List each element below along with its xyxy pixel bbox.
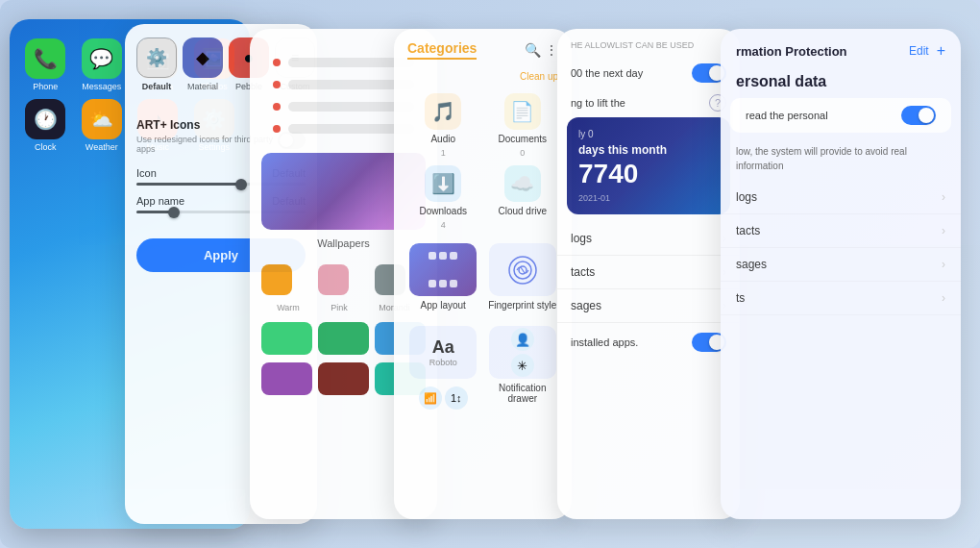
- stat-days-label: days this month: [578, 143, 719, 157]
- icon-slider-fill: [136, 183, 241, 186]
- panel-privacy: HE ALLOWLIST CAN BE USED 00 the next day…: [557, 29, 740, 519]
- info-chevron-1: ›: [942, 190, 945, 204]
- priv-menu-logs[interactable]: logs ›: [557, 222, 740, 256]
- cat-item-cloud[interactable]: ☁️ Cloud drive: [487, 165, 559, 230]
- info-title: rmation Protection: [736, 44, 847, 59]
- cloud-icon: ☁️: [504, 165, 541, 202]
- priv-menu-contacts[interactable]: tacts ›: [557, 256, 740, 289]
- appname-slider-thumb[interactable]: [168, 207, 180, 218]
- app-icon-clock[interactable]: 🕐 Clock: [21, 99, 70, 152]
- info-toggle[interactable]: [901, 106, 936, 125]
- sq-color-5[interactable]: [318, 362, 369, 395]
- audio-icon: 🎵: [425, 93, 461, 130]
- font-notif-grid: Aa Roboto 📶 1↕ 👤 ✳ Notification drawer: [394, 318, 572, 417]
- clock-icon: 🕐: [25, 99, 65, 139]
- font-icons: 📶 1↕: [419, 386, 468, 410]
- app-icon-phone[interactable]: 📞 Phone: [21, 38, 70, 91]
- color-label-pink: Pink: [331, 303, 348, 312]
- material-icon: ◆: [183, 37, 223, 78]
- priv-header: HE ALLOWLIST CAN BE USED: [557, 29, 740, 58]
- stat-date: 2021-01: [578, 193, 719, 203]
- cat-grid: 🎵 Audio 1 📄 Documents 0 ⬇️ Downloads 4 ☁…: [394, 87, 572, 236]
- info-chevron-2: ›: [942, 224, 945, 237]
- info-header: rmation Protection Edit +: [721, 29, 961, 67]
- cat-item-downloads[interactable]: ⬇️ Downloads 4: [407, 165, 479, 230]
- info-menu-ts[interactable]: ts ›: [721, 282, 961, 315]
- weather-icon: ⛅: [82, 99, 122, 139]
- info-menu-logs[interactable]: logs ›: [721, 181, 961, 214]
- font-name: Roboto: [429, 358, 457, 367]
- more-icon[interactable]: ⋮: [545, 42, 558, 58]
- font-inner: Aa Roboto: [429, 337, 457, 367]
- downloads-count: 4: [441, 220, 446, 230]
- theme-option-material[interactable]: ◆ Material: [183, 37, 223, 91]
- layout-grid: App layout Fingerprint style: [394, 236, 572, 318]
- person-icon: 👤: [511, 328, 534, 351]
- notif-label: Notification drawer: [487, 383, 559, 404]
- info-menu-messages[interactable]: sages ›: [721, 248, 961, 282]
- wall-dot-1: [273, 59, 281, 66]
- cat-section: Clean up: [394, 65, 572, 87]
- info-menu-contacts[interactable]: tacts ›: [721, 214, 961, 248]
- priv-toggle-row1: 00 the next day: [557, 58, 740, 88]
- color-warm[interactable]: [261, 264, 292, 295]
- info-desc: low, the system will provide to avoid re…: [721, 137, 961, 181]
- downloads-label: Downloads: [420, 206, 467, 216]
- default-icon: ⚙️: [136, 37, 177, 78]
- font-thumb: Aa Roboto: [409, 326, 477, 379]
- add-button[interactable]: +: [937, 42, 945, 60]
- layout-card-applayout[interactable]: App layout: [407, 243, 479, 311]
- icon-slider-thumb[interactable]: [235, 179, 247, 190]
- edit-button[interactable]: Edit: [909, 44, 929, 58]
- color-label-warm: Warm: [277, 303, 300, 312]
- appname-label: App name: [136, 195, 184, 207]
- logs-label: logs: [571, 232, 592, 245]
- info-messages-label: sages: [736, 258, 767, 271]
- icon-label: Icon: [136, 167, 157, 179]
- clock-label: Clock: [35, 142, 57, 152]
- info-toggle-row: read the personal: [730, 98, 951, 133]
- audio-label: Audio: [430, 134, 455, 144]
- contacts-label: tacts: [571, 265, 595, 279]
- cat-item-documents[interactable]: 📄 Documents 0: [487, 93, 559, 158]
- cloud-label: Cloud drive: [498, 206, 547, 216]
- notif-thumb: 👤 ✳: [489, 326, 556, 379]
- cat-title: Categories: [407, 40, 477, 60]
- notif-card[interactable]: 👤 ✳ Notification drawer: [487, 326, 559, 410]
- priv-toggle-row2: ng to lift the ?: [557, 88, 740, 117]
- priv-header-text: HE ALLOWLIST CAN BE USED: [571, 40, 694, 50]
- color-pink[interactable]: [318, 264, 349, 295]
- info-actions: Edit +: [909, 42, 945, 60]
- sq-color-2[interactable]: [318, 322, 369, 355]
- clean-up-label[interactable]: Clean up: [520, 71, 558, 82]
- theme-option-default[interactable]: ⚙️ Default: [136, 37, 177, 91]
- cat-item-audio[interactable]: 🎵 Audio 1: [407, 93, 479, 158]
- app-layout-thumb: [409, 243, 477, 296]
- cat-icons-row: 🔍 ⋮: [525, 42, 558, 58]
- info-logs-label: logs: [736, 190, 757, 204]
- app-icon-messages[interactable]: 💬 Messages: [78, 38, 127, 91]
- wall-dot-4: [273, 125, 281, 133]
- wall-dot-2: [273, 81, 281, 88]
- wall-dot-3: [273, 103, 281, 111]
- sq-color-4[interactable]: [261, 362, 312, 395]
- search-icon[interactable]: 🔍: [525, 42, 541, 58]
- phone-label: Phone: [33, 82, 58, 91]
- priv-toggle-label3: installed apps.: [571, 336, 638, 348]
- info-contacts-label: tacts: [736, 224, 760, 237]
- layout-card-fingerprint[interactable]: Fingerprint style: [487, 243, 559, 311]
- priv-menu-messages[interactable]: sages ›: [557, 289, 740, 323]
- info-chevron-3: ›: [942, 258, 945, 271]
- priv-toggle-row3: installed apps.: [557, 323, 740, 361]
- app-layout-label: App layout: [421, 300, 466, 311]
- panel-info: rmation Protection Edit + ersonal data r…: [721, 29, 961, 519]
- sq-color-1[interactable]: [261, 322, 312, 355]
- priv-toggle-label2: ng to lift the: [571, 97, 625, 109]
- messages-icon: 💬: [82, 38, 122, 79]
- app-icon-weather[interactable]: ⛅ Weather: [78, 99, 127, 152]
- wall-list-item-4: [273, 120, 414, 137]
- bluetooth-icon: ✳: [511, 354, 534, 377]
- font-card[interactable]: Aa Roboto 📶 1↕: [407, 326, 479, 410]
- info-chevron-4: ›: [942, 291, 945, 305]
- audio-count: 1: [441, 148, 446, 158]
